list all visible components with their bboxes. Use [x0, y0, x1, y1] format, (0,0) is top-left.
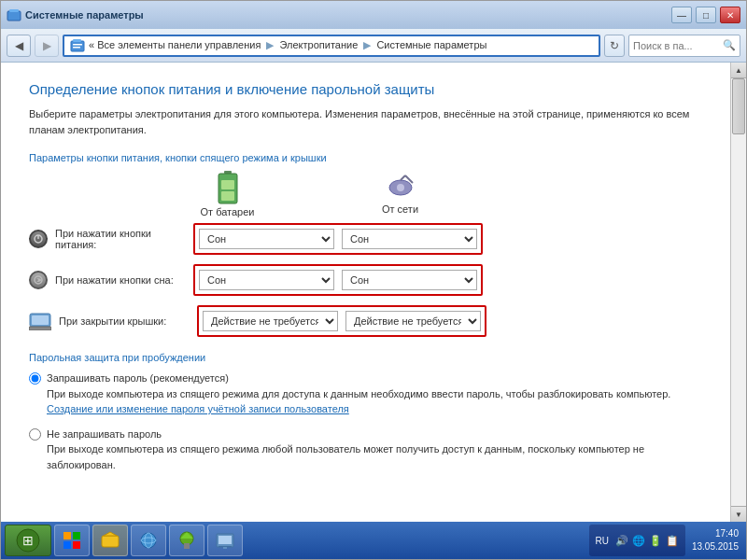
back-button[interactable]: ◀ [7, 35, 31, 57]
lid-ac-select[interactable]: Действие не требуется Сон Гибернация Зав… [345, 311, 481, 331]
password-link[interactable]: Создание или изменение пароля учётной за… [47, 403, 349, 414]
sleep-button-label: При нажатии кнопки сна: [55, 274, 186, 286]
lid-label: При закрытии крышки: [59, 315, 190, 327]
sleep-button-icon [29, 271, 48, 289]
ac-col-header: От сети [332, 174, 468, 215]
titlebar-icon [7, 7, 21, 22]
refresh-button[interactable]: ↻ [604, 35, 625, 57]
page-description: Выберите параметры электропитания для эт… [29, 106, 702, 137]
battery-icon [217, 171, 239, 204]
svg-text:⊞: ⊞ [22, 533, 34, 548]
password-section: Парольная защита при пробуждении Запраши… [29, 352, 702, 472]
svg-rect-24 [63, 541, 71, 549]
minimize-button[interactable]: — [671, 7, 692, 23]
svg-rect-35 [218, 536, 232, 544]
search-box[interactable]: 🔍 [628, 35, 740, 57]
language-indicator: RU [595, 536, 608, 546]
sleep-button-row: При нажатии кнопки сна: Сон Ждущий режим… [29, 264, 702, 296]
no-password-option: Не запрашивать пароль При выходе компьют… [29, 427, 702, 473]
svg-rect-37 [223, 547, 227, 549]
svg-rect-19 [29, 327, 51, 330]
svg-rect-25 [73, 541, 80, 549]
maximize-button[interactable]: □ [696, 7, 716, 23]
lid-battery-select[interactable]: Действие не требуется Сон Гибернация Зав… [203, 311, 338, 331]
sleep-button-battery-select[interactable]: Сон Ждущий режим Гибернация Нет действия [199, 270, 334, 290]
close-button[interactable]: ✕ [720, 7, 740, 23]
svg-rect-36 [218, 546, 232, 547]
clock[interactable]: 17:40 13.05.2015 [688, 527, 742, 553]
section1-title: Параметры кнопки питания, кнопки спящего… [29, 152, 702, 163]
address-icon [70, 38, 85, 53]
address-path: « Все элементы панели управления ▶ Элект… [89, 39, 486, 51]
power-button-icon [29, 230, 48, 248]
battery-col-header: От батареи [160, 171, 295, 217]
svg-rect-1 [9, 9, 19, 12]
power-button-ac-select[interactable]: Сон Ждущий режим Гибернация Завершение р… [342, 229, 477, 249]
scrollbar-down-button[interactable]: ▼ [731, 506, 746, 522]
taskbar-app-5[interactable] [207, 525, 243, 556]
search-icon: 🔍 [723, 39, 736, 51]
network-icon[interactable]: 🌐 [631, 533, 646, 548]
svg-point-13 [397, 184, 404, 191]
titlebar: Системные параметры — □ ✕ [1, 1, 746, 29]
power-column-headers: От батареи От сети [29, 171, 702, 217]
scrollbar-thumb[interactable] [732, 78, 745, 134]
scrollbar: ▲ ▼ [730, 63, 746, 522]
require-password-option: Запрашивать пароль (рекомендуется) При в… [29, 371, 702, 417]
ac-power-icon [387, 174, 415, 202]
svg-rect-18 [32, 315, 49, 325]
taskbar-app-2[interactable] [92, 525, 128, 556]
power-button-selects: Сон Ждущий режим Гибернация Завершение р… [193, 223, 483, 255]
scrollbar-track [731, 78, 746, 506]
password-section-title: Парольная защита при пробуждении [29, 352, 702, 363]
sleep-button-selects: Сон Ждущий режим Гибернация Нет действия… [193, 264, 483, 296]
address-box[interactable]: « Все элементы панели управления ▶ Элект… [63, 35, 600, 57]
svg-rect-2 [71, 41, 84, 51]
action-center-icon[interactable]: 📋 [665, 533, 680, 548]
battery-tray-icon[interactable]: 🔋 [648, 533, 663, 548]
svg-point-28 [141, 533, 156, 548]
lid-row: При закрытии крышки: Действие не требует… [29, 305, 702, 337]
svg-rect-0 [7, 11, 21, 21]
taskbar-app-3[interactable] [131, 525, 166, 556]
volume-icon[interactable]: 🔊 [614, 533, 629, 548]
svg-rect-23 [73, 532, 80, 539]
titlebar-title: Системные параметры [25, 9, 668, 21]
addressbar: ◀ ▶ « Все элементы панели управления ▶ Э… [1, 29, 746, 63]
taskbar-app-1[interactable] [54, 525, 90, 556]
main-content: Определение кнопок питания и включение п… [1, 63, 730, 522]
require-password-text: Запрашивать пароль (рекомендуется) При в… [47, 371, 702, 417]
sleep-button-ac-select[interactable]: Сон Ждущий режим Гибернация Нет действия [342, 270, 477, 290]
power-button-label: При нажатии кнопки питания: [55, 228, 186, 250]
svg-rect-26 [102, 536, 119, 547]
scrollbar-up-button[interactable]: ▲ [731, 63, 746, 78]
svg-rect-33 [184, 543, 190, 549]
svg-rect-4 [73, 44, 82, 46]
svg-rect-3 [73, 39, 81, 42]
search-input[interactable] [633, 40, 721, 51]
main-window: Системные параметры — □ ✕ ◀ ▶ « Все элем… [0, 0, 747, 560]
start-button[interactable]: ⊞ [5, 525, 51, 556]
no-password-radio[interactable] [29, 428, 41, 441]
svg-line-11 [401, 175, 405, 180]
taskbar: ⊞ [1, 522, 746, 559]
content-area: Определение кнопок питания и включение п… [1, 63, 746, 522]
svg-rect-22 [63, 532, 71, 539]
clock-date: 13.05.2015 [692, 540, 739, 553]
svg-rect-5 [73, 47, 80, 49]
systray: RU 🔊 🌐 🔋 📋 [589, 525, 684, 556]
lid-selects: Действие не требуется Сон Гибернация Зав… [197, 305, 486, 337]
svg-marker-27 [104, 532, 117, 536]
page-title: Определение кнопок питания и включение п… [29, 81, 702, 97]
clock-time: 17:40 [692, 527, 739, 540]
taskbar-app-4[interactable] [169, 525, 204, 556]
no-password-text: Не запрашивать пароль При выходе компьют… [47, 427, 702, 473]
forward-button[interactable]: ▶ [35, 35, 59, 57]
power-button-row: При нажатии кнопки питания: Сон Ждущий р… [29, 223, 702, 255]
lid-icon [29, 312, 51, 330]
require-password-radio[interactable] [29, 372, 41, 385]
svg-rect-8 [221, 191, 234, 201]
svg-rect-9 [221, 180, 234, 189]
power-button-battery-select[interactable]: Сон Ждущий режим Гибернация Завершение р… [199, 229, 334, 249]
